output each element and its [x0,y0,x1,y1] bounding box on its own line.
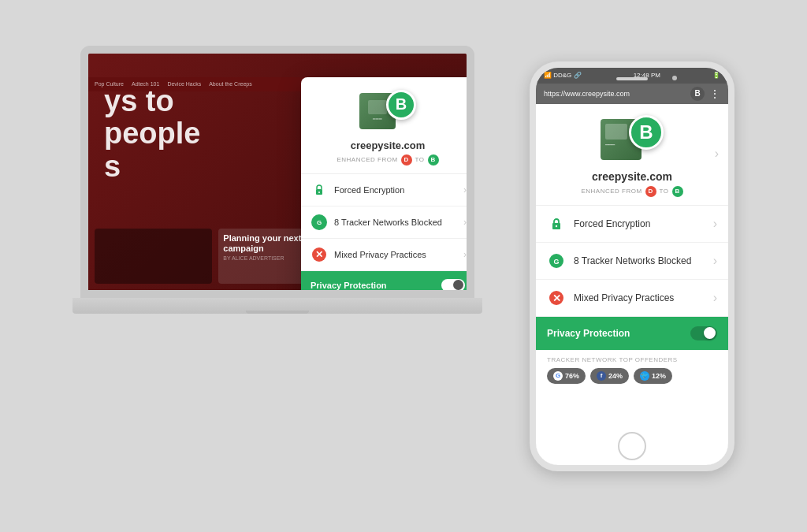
svg-text:✕: ✕ [552,292,561,304]
phone-browser-badge: B [690,87,705,101]
phone-tracker-badges: G 76% f 24% 🐦 12% [547,368,717,384]
privacy-protection-label: Privacy Protection [311,281,387,290]
to-label: TO [415,156,425,163]
laptop: https://www.creepysite.com B Search Duck… [73,46,482,487]
card-graphic [368,100,387,114]
svg-point-1 [318,192,320,193]
popup-item-tracker[interactable]: G 8 Tracker Networks Blocked › [301,206,467,239]
phone-item-encryption[interactable]: Forced Encryption › [536,206,728,243]
phone-home-button[interactable] [618,432,646,460]
phone-tracker-section: TRACKER NETWORK TOP OFFENDERS G 76% f 24… [536,350,728,390]
phone-camera [672,76,677,80]
scene: https://www.creepysite.com B Search Duck… [0,0,807,532]
enhanced-label: ENHANCED FROM [337,156,397,163]
popup-item-mixed[interactable]: ✕ Mixed Privacy Practices › [301,239,467,271]
status-left: 📶 DD&G 🔗 [544,72,582,79]
popup-item-encryption[interactable]: Forced Encryption › [301,174,467,206]
phone-twitter-icon: 🐦 [640,371,649,381]
nav-item-3: Device Hacks [167,81,201,87]
phone-enhanced-label: ENHANCED FROM [581,188,642,195]
phone-status-bar: 📶 DD&G 🔗 12:48 PM 🔋 [536,68,728,84]
website-bg: Pop Culture Adtech 101 Device Hacks Abou… [88,54,467,290]
phone-encryption-label: Forced Encryption [574,218,713,229]
phone-privacy-toggle[interactable] [690,326,717,340]
phone-lock-icon [547,214,566,233]
phone-facebook-badge: f 24% [590,368,629,384]
nav-item-4: About the Creeps [209,81,251,87]
laptop-base [73,298,482,314]
phone-twitter-badge: 🐦 12% [634,368,672,384]
popup-site-name: creepysite.com [351,140,426,151]
phone-grade-b: B [672,186,683,197]
phone-item-mixed[interactable]: ✕ Mixed Privacy Practices › [536,280,728,317]
mixed-label: Mixed Privacy Practices [334,250,465,259]
encryption-chevron: › [463,184,467,195]
phone-speaker [616,77,648,80]
website-hero-text: ys to people s [104,85,200,184]
nav-item-1: Pop Culture [95,81,124,87]
svg-text:G: G [317,219,322,226]
hero-line-2: people [104,117,200,151]
phone-tracker-offenders-label: TRACKER NETWORK TOP OFFENDERS [547,356,717,363]
phone-body: 📶 DD&G 🔗 12:48 PM 🔋 https://www.creepysi… [530,61,734,471]
phone-tracker-chevron: › [713,254,717,268]
phone-toggle-knob [704,327,716,339]
phone-grade-d: D [645,186,656,197]
phone-google-pct: 76% [565,372,579,380]
phone-tracker-label: 8 Tracker Networks Blocked [574,255,713,266]
phone-url-text: https://www.creepysite.com [544,90,686,98]
svg-point-7 [556,225,557,226]
lock-icon [311,181,328,199]
svg-text:G: G [553,258,559,266]
phone-google-badge: G 76% [547,368,586,384]
grade-b-badge-small: B [428,154,439,166]
phone-privacy-label: Privacy Protection [547,328,630,339]
mixed-chevron: › [463,249,467,260]
phone-enhanced: ENHANCED FROM D TO B [581,186,682,197]
phone-google-icon: G [553,371,563,381]
nav-item-2: Adtech 101 [132,81,159,87]
tracker-chevron: › [463,217,467,228]
phone-item-tracker[interactable]: G 8 Tracker Networks Blocked › [536,243,728,280]
phone-mixed-label: Mixed Privacy Practices [574,292,713,303]
toggle-knob [453,280,463,290]
mixed-icon: ✕ [311,246,328,263]
phone-menu-dots[interactable]: ⋮ [709,87,720,100]
status-right: 🔋 [712,72,720,79]
laptop-screen: https://www.creepysite.com B Search Duck… [80,46,474,298]
phone-url-bar[interactable]: https://www.creepysite.com B ⋮ [536,84,728,104]
phone-card-graphic [605,124,627,140]
popup-enhanced: ENHANCED FROM D TO B [337,154,438,166]
phone: 📶 DD&G 🔗 12:48 PM 🔋 https://www.creepysi… [530,61,734,471]
tracker-label: 8 Tracker Networks Blocked [334,218,465,227]
tracker-icon: G [311,214,328,231]
svg-text:✕: ✕ [315,249,323,260]
phone-to-label: TO [660,188,669,195]
phone-mixed-chevron: › [713,291,717,305]
card-lines: ━━━ [373,116,382,121]
phone-tracker-icon: G [547,251,566,270]
phone-facebook-pct: 24% [608,372,623,380]
phone-facebook-icon: f [597,371,606,381]
card-1 [95,229,212,284]
phone-twitter-pct: 12% [652,372,666,380]
phone-popup-header: ━━━ B › creepysite.com ENHANCED FROM D T… [536,104,728,206]
phone-site-name: creepysite.com [592,170,672,183]
privacy-toggle[interactable] [441,279,465,290]
encryption-label: Forced Encryption [334,185,465,195]
phone-privacy-bar[interactable]: Privacy Protection [536,317,728,350]
phone-grade-circle: B [629,115,664,150]
phone-grade-container: ━━━ B [601,115,664,164]
phone-encryption-chevron: › [713,217,717,231]
popup-header: ━━━ B creepysite.com ENHANCED FROM D TO … [301,77,467,174]
phone-header-chevron: › [715,147,719,161]
grade-circle-b: B [386,90,416,120]
privacy-protection-bar[interactable]: Privacy Protection [301,271,467,290]
grade-badge: ━━━ B [359,90,416,133]
hero-line-3: s [104,151,200,184]
grade-d-badge: D [401,154,412,166]
tracker-icon-circle: G [311,214,327,230]
popup-panel: ━━━ B creepysite.com ENHANCED FROM D TO … [301,77,467,290]
phone-mixed-icon: ✕ [547,288,566,307]
phone-popup: ━━━ B › creepysite.com ENHANCED FROM D T… [536,104,728,471]
